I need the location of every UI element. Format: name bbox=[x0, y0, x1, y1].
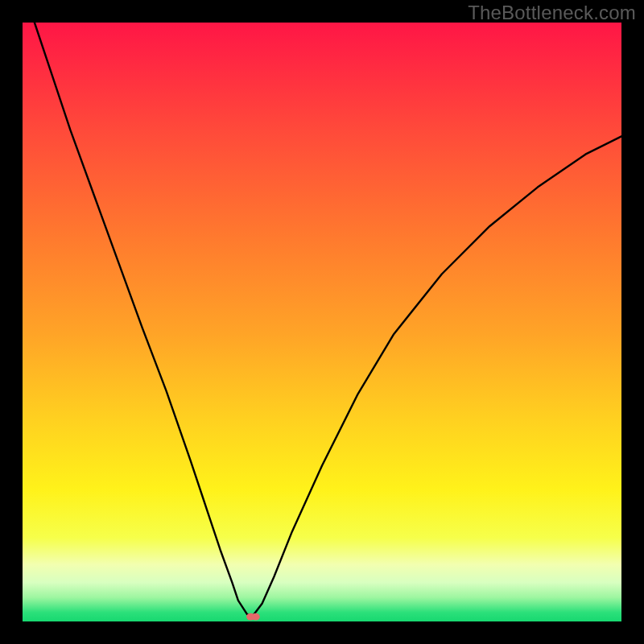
bottleneck-chart bbox=[0, 0, 644, 644]
plot-background bbox=[23, 23, 621, 621]
watermark-text: TheBottleneck.com bbox=[468, 2, 636, 24]
min-marker bbox=[251, 613, 259, 621]
chart-container: TheBottleneck.com bbox=[0, 0, 644, 644]
